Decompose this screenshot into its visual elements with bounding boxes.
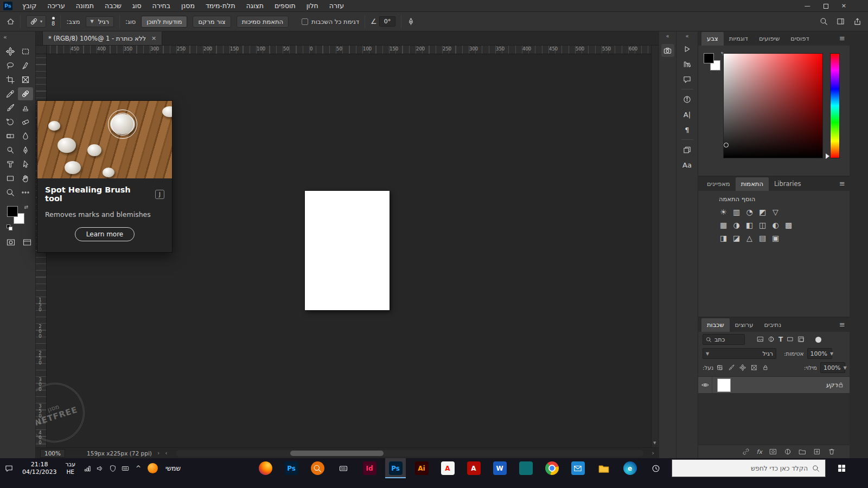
photo-filter-adjustment-icon[interactable]: ◫ [758,220,767,229]
firefox-app[interactable] [255,458,276,478]
color-field-marker[interactable] [724,143,729,147]
filter-smart-objects-icon[interactable] [797,336,805,343]
color-lookup-adjustment-icon[interactable]: ▩ [784,220,793,229]
zoom-level-input[interactable]: 100% [40,449,65,458]
layers-list[interactable] [698,394,850,445]
volume-tray-icon[interactable] [97,465,104,472]
home-icon[interactable] [7,17,15,25]
posterize-adjustment-icon[interactable]: ◪ [732,233,741,242]
spot-healing-brush-tool[interactable] [18,87,33,100]
gradient-tool[interactable] [3,130,18,143]
collapse-panels-icon[interactable]: « [676,31,698,41]
frame-tool[interactable] [18,73,33,86]
gradient-map-adjustment-icon[interactable]: ▤ [758,233,767,242]
hand-tool[interactable] [18,172,33,185]
camera-panel-icon[interactable] [661,44,674,57]
horizontal-scroll-thumb[interactable] [290,451,384,456]
document-canvas[interactable] [305,191,390,310]
minimize-button[interactable]: — [805,0,810,12]
hue-slider[interactable] [830,53,840,158]
menu-item-8[interactable]: תצוגה [241,0,269,12]
history-brush-tool[interactable] [3,115,18,129]
layer-filter-toggle[interactable] [815,337,821,343]
threshold-adjustment-icon[interactable]: △ [745,233,754,242]
clone-stamp-tool[interactable] [18,101,33,114]
comments-panel-icon[interactable] [680,72,694,86]
signal-tray-icon[interactable] [84,465,92,472]
menu-item-10[interactable]: חלון [301,0,324,12]
status-expand-icon[interactable]: › [157,450,159,457]
photoshop-active-app[interactable]: Ps [385,458,406,478]
lock-image-pixels-icon[interactable] [728,364,735,371]
character-panel-icon[interactable]: A| [680,107,694,121]
orange-status-icon[interactable] [148,463,158,473]
document-tab[interactable]: * (RGB/8) 100%@ 1 - ללא כותרת × [42,31,162,45]
default-colors-icon[interactable] [7,224,12,230]
word-app[interactable]: W [489,458,510,478]
mode-select[interactable]: ▼רגיל [86,16,114,27]
layer-thumbnail[interactable] [717,378,731,392]
libraries-panel-icon[interactable] [680,57,694,71]
screen-mode-button[interactable] [23,238,31,247]
illustrator-app[interactable]: Ai [411,458,432,478]
menu-item-6[interactable]: מסנן [176,0,200,12]
menu-item-11[interactable]: עזרה [324,0,349,12]
sample-all-layers-checkbox[interactable] [302,18,308,25]
tab-adjustments-1[interactable]: התאמות [736,177,769,191]
vertical-scrollbar[interactable]: ▼ [651,46,659,447]
swap-colors-icon[interactable]: ⇄ [24,204,28,210]
black-white-adjustment-icon[interactable]: ◧ [745,220,754,229]
layer-row-background[interactable]: רקע [698,376,850,394]
photoshop-app[interactable]: Ps [281,458,302,478]
saturation-brightness-field[interactable] [723,53,823,158]
invert-adjustment-icon[interactable]: ◨ [719,233,728,242]
menu-item-5[interactable]: בחירה [147,0,176,12]
mail-app[interactable] [567,458,588,478]
learn-more-button[interactable]: Learn more [75,227,135,241]
paragraph-panel-icon[interactable]: ¶ [680,123,694,137]
blend-mode-select[interactable]: רגיל ▼ [703,348,776,359]
close-tab-icon[interactable]: × [151,35,156,42]
lock-artboard-icon[interactable] [751,364,757,371]
tab-adjustments-0[interactable]: מאפיינים [701,177,736,191]
brush-size-picker[interactable]: 8 [52,17,55,27]
clock-app[interactable] [646,458,666,478]
proximity-match-button[interactable]: התאמת סמיכות [237,16,289,28]
file-explorer-app[interactable] [593,458,614,478]
channel-mixer-adjustment-icon[interactable]: ◐ [771,220,780,229]
tool-preset-picker[interactable]: ▾ [26,15,46,28]
levels-adjustment-icon[interactable]: ▥ [732,207,741,216]
color-balance-adjustment-icon[interactable]: ◑ [732,220,741,229]
actions-panel-icon[interactable] [680,42,694,56]
maximize-button[interactable] [824,4,828,9]
menu-item-1[interactable]: עריכה [42,0,70,12]
foreground-color-swatch[interactable] [7,206,18,217]
link-layers-button[interactable] [742,448,750,455]
fill-input[interactable]: 100% ▼ [820,362,845,373]
dodge-tool[interactable] [3,144,18,157]
opacity-input[interactable]: 100% ▼ [807,348,832,359]
panel-menu-icon[interactable]: ≡ [839,320,845,329]
tab-color-1[interactable]: דוגמיות [724,32,754,46]
brush-tool[interactable] [3,101,18,114]
panel-menu-icon[interactable]: ≡ [839,34,845,42]
security-tray-icon[interactable] [109,465,117,472]
layer-filter-select[interactable]: כתב [703,334,745,345]
new-adjustment-layer-button[interactable] [784,448,792,455]
blur-tool[interactable] [18,130,33,143]
menu-item-2[interactable]: תמונה [71,0,99,12]
crop-tool[interactable] [3,73,18,86]
selective-color-adjustment-icon[interactable]: ▣ [771,233,780,242]
acrobat-app[interactable]: A [437,458,458,478]
taskbar-clock[interactable]: 21:1804/12/2023 [18,461,61,476]
lock-transparent-pixels-icon[interactable] [717,364,723,371]
horizontal-scrollbar[interactable] [176,450,643,457]
keyboard-app[interactable] [333,458,354,478]
delete-layer-button[interactable] [828,448,835,455]
content-aware-button[interactable]: מודעות לתוכן [141,16,187,28]
acrobat-reader-app[interactable]: A [463,458,484,478]
tab-color-2[interactable]: שיפועים [754,32,785,46]
pen-tool[interactable] [18,144,33,157]
tray-overflow-icon[interactable]: ^ [133,465,143,472]
teal-app[interactable] [515,458,536,478]
